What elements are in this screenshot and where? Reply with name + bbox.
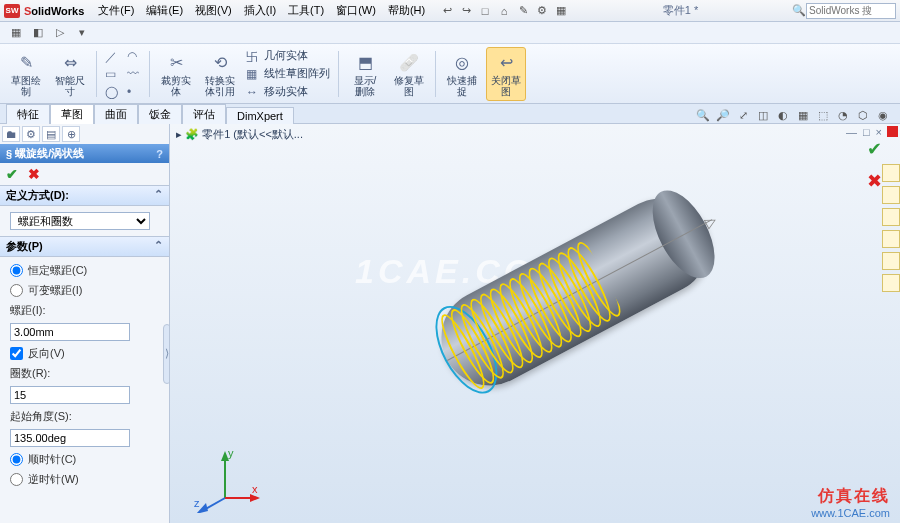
model-view: ▷ bbox=[424, 182, 725, 403]
convert-entities-button[interactable]: ⟲转换实 体引用 bbox=[200, 47, 240, 101]
graphics-viewport[interactable]: ▸ 🧩 零件1 (默认<<默认... — □ × ✔ ✖ 1CAE.COM bbox=[170, 124, 900, 523]
search-input[interactable] bbox=[806, 3, 896, 19]
move-icon: ↔ bbox=[246, 85, 260, 99]
rebuild-icon[interactable]: ▦ bbox=[553, 3, 569, 19]
property-tab-icon[interactable]: ⚙ bbox=[22, 126, 40, 142]
appearance-icon[interactable]: ◔ bbox=[834, 107, 852, 123]
corner-ok-icon[interactable]: ✔ bbox=[867, 138, 882, 160]
render-icon[interactable]: ◉ bbox=[874, 107, 892, 123]
menu-edit[interactable]: 编辑(E) bbox=[140, 1, 189, 20]
reverse-checkbox[interactable] bbox=[10, 347, 23, 360]
filter-icon[interactable]: ◧ bbox=[30, 25, 46, 41]
start-angle-input[interactable] bbox=[10, 429, 130, 447]
tab-surface[interactable]: 曲面 bbox=[94, 104, 138, 124]
section-icon[interactable]: ◫ bbox=[754, 107, 772, 123]
line-tool-icon[interactable]: ／ bbox=[103, 49, 121, 63]
select-icon[interactable]: ▦ bbox=[8, 25, 24, 41]
revolutions-input[interactable] bbox=[10, 386, 130, 404]
arc-tools-group: ◠ 〰 • bbox=[125, 47, 143, 101]
taskpane-palette-icon[interactable] bbox=[882, 230, 900, 248]
display-delete-button[interactable]: ⬒显示/ 删除 bbox=[345, 47, 385, 101]
taskpane-library-icon[interactable] bbox=[882, 186, 900, 204]
smart-dimension-button[interactable]: ⇔智能尺 寸 bbox=[50, 47, 90, 101]
panel-tab-strip: 🖿 ⚙ ▤ ⊕ bbox=[0, 124, 169, 144]
parameters-group-body: 恒定螺距(C) 可变螺距(I) 螺距(I): 反向(V) 圈数(R): 起始角度… bbox=[0, 257, 169, 493]
display-icon: ⬒ bbox=[353, 51, 377, 75]
feature-tree-tab-icon[interactable]: 🖿 bbox=[2, 126, 20, 142]
point-tool-icon[interactable]: • bbox=[125, 85, 143, 99]
dropdown-icon[interactable]: ▾ bbox=[74, 25, 90, 41]
rect-tool-icon[interactable]: ▭ bbox=[103, 67, 121, 81]
menu-tools[interactable]: 工具(T) bbox=[282, 1, 330, 20]
circle-tool-icon[interactable]: ◯ bbox=[103, 85, 121, 99]
linear-pattern-button[interactable]: ▦线性草图阵列 bbox=[244, 66, 332, 81]
tab-sketch[interactable]: 草图 bbox=[50, 104, 94, 124]
arrow-icon[interactable]: ▷ bbox=[52, 25, 68, 41]
orientation-triad[interactable]: y x z bbox=[190, 443, 260, 513]
dimxpert-tab-icon[interactable]: ⊕ bbox=[62, 126, 80, 142]
taskpane-custom-icon[interactable] bbox=[882, 274, 900, 292]
ok-button[interactable]: ✔ bbox=[6, 166, 18, 182]
move-entities-button[interactable]: ↔移动实体 bbox=[244, 84, 332, 99]
config-tab-icon[interactable]: ▤ bbox=[42, 126, 60, 142]
quickbar: ▦ ◧ ▷ ▾ bbox=[0, 22, 900, 44]
zoom-area-icon[interactable]: 🔎 bbox=[714, 107, 732, 123]
menu-insert[interactable]: 插入(I) bbox=[238, 1, 282, 20]
display-style-icon[interactable]: ◐ bbox=[774, 107, 792, 123]
sketch-button[interactable]: ✎草图绘 制 bbox=[6, 47, 46, 101]
repair-sketch-button[interactable]: 🩹修复草 图 bbox=[389, 47, 429, 101]
help-icon[interactable]: ? bbox=[156, 148, 163, 160]
clockwise-radio[interactable] bbox=[10, 453, 23, 466]
zoom-fit-icon[interactable]: 🔍 bbox=[694, 107, 712, 123]
cancel-button[interactable]: ✖ bbox=[28, 166, 40, 182]
definition-select[interactable]: 螺距和圈数 bbox=[10, 212, 150, 230]
minimize-icon[interactable]: — bbox=[846, 126, 857, 138]
variable-pitch-radio[interactable] bbox=[10, 284, 23, 297]
menu-view[interactable]: 视图(V) bbox=[189, 1, 238, 20]
tab-features[interactable]: 特征 bbox=[6, 104, 50, 124]
pitch-input[interactable] bbox=[10, 323, 130, 341]
close-sketch-button[interactable]: ↩关闭草 图 bbox=[486, 47, 526, 101]
corner-cancel-icon[interactable]: ✖ bbox=[867, 170, 882, 192]
hide-show-icon[interactable]: ⬚ bbox=[814, 107, 832, 123]
panel-resize-handle[interactable]: ⟩ bbox=[163, 324, 170, 384]
open-icon[interactable]: ⌂ bbox=[496, 3, 512, 19]
rotate-icon[interactable]: ⤢ bbox=[734, 107, 752, 123]
taskpane-resources-icon[interactable] bbox=[882, 164, 900, 182]
menu-file[interactable]: 文件(F) bbox=[92, 1, 140, 20]
tab-dimxpert[interactable]: DimXpert bbox=[226, 107, 294, 124]
counterclockwise-radio[interactable] bbox=[10, 473, 23, 486]
taskpane-appearances-icon[interactable] bbox=[882, 252, 900, 270]
arc-tool-icon[interactable]: ◠ bbox=[125, 49, 143, 63]
spline-tool-icon[interactable]: 〰 bbox=[125, 67, 143, 81]
scene-icon[interactable]: ⬡ bbox=[854, 107, 872, 123]
close-app-icon[interactable] bbox=[887, 126, 898, 137]
menu-help[interactable]: 帮助(H) bbox=[382, 1, 431, 20]
tab-sheetmetal[interactable]: 饭金 bbox=[138, 104, 182, 124]
options-icon[interactable]: ⚙ bbox=[534, 3, 550, 19]
document-breadcrumb[interactable]: ▸ 🧩 零件1 (默认<<默认... bbox=[176, 127, 303, 142]
save-icon[interactable]: ✎ bbox=[515, 3, 531, 19]
maximize-icon[interactable]: □ bbox=[863, 126, 870, 138]
trim-entities-button[interactable]: ✂裁剪实 体 bbox=[156, 47, 196, 101]
search-box[interactable]: 🔍 bbox=[792, 3, 896, 19]
task-pane-tabs bbox=[882, 164, 900, 292]
new-icon[interactable]: □ bbox=[477, 3, 493, 19]
close-sketch-icon: ↩ bbox=[494, 51, 518, 75]
axis-x-label: x bbox=[252, 483, 258, 495]
axis-y-label: y bbox=[228, 447, 234, 459]
trim-icon: ✂ bbox=[164, 51, 188, 75]
offset-entities-button[interactable]: 卐几何实体 bbox=[244, 48, 332, 63]
quick-snap-button[interactable]: ◎快速捕 捉 bbox=[442, 47, 482, 101]
close-window-icon[interactable]: × bbox=[876, 126, 882, 138]
redo-icon[interactable]: ↪ bbox=[458, 3, 474, 19]
undo-icon[interactable]: ↩ bbox=[439, 3, 455, 19]
menu-window[interactable]: 窗口(W) bbox=[330, 1, 382, 20]
tab-evaluate[interactable]: 评估 bbox=[182, 104, 226, 124]
view-orientation-icon[interactable]: ▦ bbox=[794, 107, 812, 123]
definition-group-header[interactable]: 定义方式(D):⌃ bbox=[0, 185, 169, 206]
constant-pitch-radio[interactable] bbox=[10, 264, 23, 277]
command-manager-tabs: 特征 草图 曲面 饭金 评估 DimXpert 🔍 🔎 ⤢ ◫ ◐ ▦ ⬚ ◔ … bbox=[0, 104, 900, 124]
parameters-group-header[interactable]: 参数(P)⌃ bbox=[0, 236, 169, 257]
taskpane-explorer-icon[interactable] bbox=[882, 208, 900, 226]
